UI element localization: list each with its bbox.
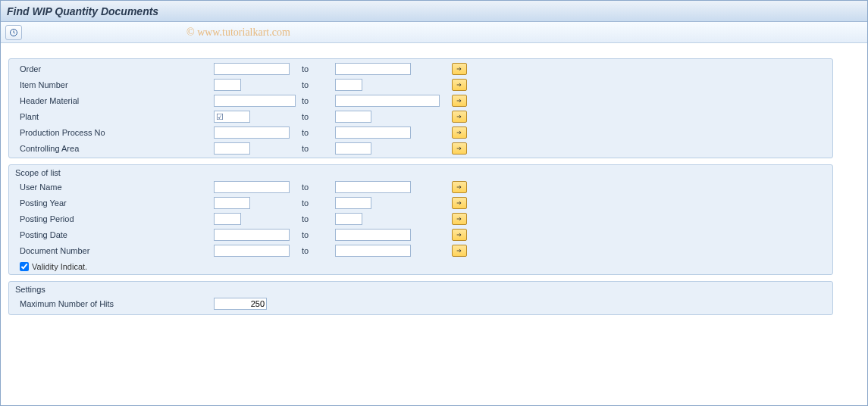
max-hits-input[interactable]	[214, 298, 267, 310]
field-label: User Name	[9, 183, 214, 192]
to-input[interactable]	[335, 63, 411, 75]
from-input[interactable]	[214, 229, 290, 241]
max-hits-label: Maximum Number of Hits	[9, 299, 214, 308]
arrow-right-icon	[456, 247, 463, 255]
multiple-selection-button[interactable]	[452, 229, 467, 241]
field-label: Posting Date	[9, 230, 214, 239]
from-input[interactable]	[214, 245, 290, 257]
to-label: to	[297, 128, 335, 137]
arrow-right-icon	[456, 183, 463, 191]
plant-from-wrapper: ☑	[214, 112, 250, 121]
to-label: to	[297, 183, 335, 192]
from-input[interactable]	[214, 197, 250, 209]
field-label: Posting Period	[9, 214, 214, 223]
to-input[interactable]	[335, 197, 371, 209]
from-input[interactable]	[214, 213, 241, 225]
execute-button[interactable]	[5, 25, 22, 40]
arrow-right-icon	[456, 129, 463, 136]
field-label: Order	[9, 64, 214, 73]
field-label: Header Material	[9, 96, 214, 105]
arrow-right-icon	[456, 97, 463, 105]
selection-row: Production Process Noto	[9, 124, 832, 140]
to-label: to	[297, 64, 335, 73]
arrow-right-icon	[456, 81, 463, 89]
multiple-selection-button[interactable]	[452, 79, 467, 91]
to-input[interactable]	[335, 111, 371, 123]
from-input[interactable]	[214, 126, 290, 139]
to-input[interactable]	[335, 95, 440, 107]
toolbar: © www.tutorialkart.com	[1, 22, 867, 43]
multiple-selection-button[interactable]	[452, 95, 467, 107]
selection-criteria-group: OrdertoItem NumbertoHeader MaterialtoPla…	[8, 58, 833, 158]
field-label: Controlling Area	[9, 144, 214, 153]
scope-row: User Nameto	[9, 179, 832, 195]
validity-label: Validity Indicat.	[32, 262, 87, 271]
selection-row: Orderto	[9, 61, 832, 77]
field-label: Posting Year	[9, 198, 214, 208]
selection-row: Controlling Areato	[9, 140, 832, 156]
titlebar: Find WIP Quantity Documents	[1, 1, 867, 22]
from-input[interactable]	[214, 79, 241, 91]
to-label: to	[297, 198, 335, 208]
from-input[interactable]	[214, 95, 296, 107]
field-label: Production Process No	[9, 128, 214, 137]
to-input[interactable]	[335, 245, 411, 257]
multiple-selection-button[interactable]	[452, 63, 467, 75]
scope-row: Posting Dateto	[9, 226, 832, 242]
arrow-right-icon	[456, 145, 463, 152]
arrow-right-icon	[456, 215, 463, 223]
to-input[interactable]	[335, 229, 411, 241]
validity-indicator-row: Validity Indicat.	[9, 258, 832, 274]
to-label: to	[297, 214, 335, 223]
scope-row: Posting Yearto	[9, 195, 832, 211]
arrow-right-icon	[456, 65, 463, 73]
selection-row: Header Materialto	[9, 92, 832, 108]
selection-row: Item Numberto	[9, 77, 832, 92]
validity-checkbox[interactable]	[20, 262, 29, 271]
scope-of-list-group: Scope of list User NametoPosting YeartoP…	[8, 164, 833, 275]
multiple-selection-button[interactable]	[452, 142, 467, 155]
arrow-right-icon	[456, 113, 463, 120]
to-input[interactable]	[335, 213, 362, 225]
content-area: OrdertoItem NumbertoHeader MaterialtoPla…	[1, 43, 867, 329]
from-input[interactable]	[214, 181, 290, 193]
check-icon: ☑	[216, 112, 224, 122]
to-input[interactable]	[335, 181, 411, 193]
field-label: Plant	[9, 112, 214, 121]
to-label: to	[297, 246, 335, 255]
selection-row: Plant☑to	[9, 108, 832, 124]
field-label: Item Number	[9, 80, 214, 89]
to-input[interactable]	[335, 142, 371, 155]
multiple-selection-button[interactable]	[452, 197, 467, 209]
multiple-selection-button[interactable]	[452, 111, 467, 123]
settings-group: Settings Maximum Number of Hits	[8, 281, 833, 315]
scope-legend: Scope of list	[9, 165, 832, 179]
clock-execute-icon	[9, 28, 18, 37]
field-label: Document Number	[9, 246, 214, 255]
watermark-text: © www.tutorialkart.com	[186, 27, 290, 39]
to-label: to	[297, 230, 335, 239]
from-input[interactable]	[214, 63, 290, 75]
arrow-right-icon	[456, 199, 463, 207]
to-label: to	[297, 144, 335, 153]
multiple-selection-button[interactable]	[452, 181, 467, 193]
app-window: Find WIP Quantity Documents © www.tutori…	[0, 0, 868, 406]
scope-row: Posting Periodto	[9, 211, 832, 226]
multiple-selection-button[interactable]	[452, 126, 467, 139]
settings-legend: Settings	[9, 282, 832, 295]
multiple-selection-button[interactable]	[452, 213, 467, 225]
multiple-selection-button[interactable]	[452, 245, 467, 257]
to-input[interactable]	[335, 79, 362, 91]
to-label: to	[297, 80, 335, 89]
to-input[interactable]	[335, 126, 411, 139]
to-label: to	[297, 112, 335, 121]
arrow-right-icon	[456, 231, 463, 239]
from-input[interactable]	[214, 142, 250, 155]
to-label: to	[297, 96, 335, 105]
scope-row: Document Numberto	[9, 242, 832, 258]
page-title: Find WIP Quantity Documents	[7, 5, 158, 17]
